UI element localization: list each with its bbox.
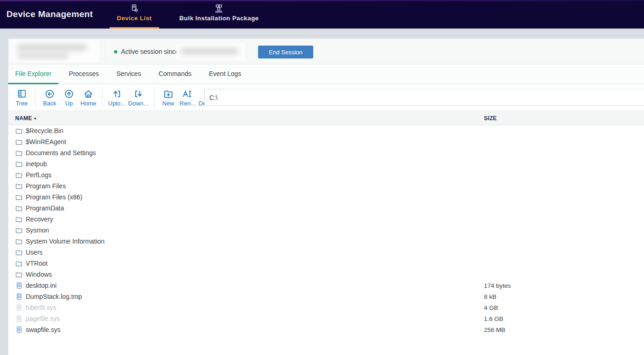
tab-file-explorer[interactable]: File Explorer [8,64,58,84]
file-size: 4 GB [484,304,498,311]
file-name: System Volume Information [26,238,104,245]
header-tab-device-list[interactable]: Device List [109,0,159,29]
toolbar-button-label: Home [80,100,97,107]
column-header-name[interactable]: NAME ▲ [15,111,37,126]
back-icon [45,88,55,99]
download-icon [133,88,144,99]
file-toolbar: Tree Back Up Home Uplo... Down... New Re… [8,84,644,111]
table-row[interactable]: Recovery [8,214,644,225]
toolbar-button-label: Up [65,100,73,107]
file-name: VTRoot [26,260,47,267]
file-size: 1.6 GB [484,315,503,322]
rename-icon [182,88,193,99]
up-button[interactable]: Up [59,88,79,107]
rename-button[interactable]: Ren... [178,88,197,107]
upload-button[interactable]: Uplo... [107,88,127,107]
explorer-tab-label: Processes [69,70,99,77]
table-row[interactable]: $Recycle.Bin [8,125,644,136]
explorer-tab-label: File Explorer [15,70,52,77]
header-tab-label: Bulk Installation Package [179,15,259,22]
device-name-redacted [11,41,99,62]
file-name: Program Files [26,182,66,190]
file-name: Recovery [26,215,53,223]
download-button[interactable]: Down... [127,88,150,107]
tab-event-logs[interactable]: Event Logs [202,64,248,84]
table-row[interactable]: VTRoot [8,258,644,269]
table-row[interactable]: Sysmon [8,225,644,236]
file-name: pagefile.sys [26,315,60,322]
page-title: Device Management [6,9,93,19]
device-list-icon [130,3,139,13]
folder-icon [15,270,23,279]
folder-icon [15,226,23,234]
home-button[interactable]: Home [79,88,98,107]
table-row[interactable]: Windows [8,269,644,280]
new-folder-button[interactable]: New [159,88,178,107]
table-row[interactable]: PerfLogs [8,169,644,180]
table-header: NAME ▲ SIZE [8,111,644,125]
file-name: Windows [26,271,52,278]
table-row[interactable]: Program Files [8,180,644,192]
table-row[interactable]: Documents and Settings [8,147,644,158]
table-row[interactable]: DumpStack.log.tmp 8 kB [8,291,644,302]
table-row[interactable]: Users [8,247,644,258]
folder-icon [15,204,23,212]
tab-commands[interactable]: Commands [152,64,199,84]
file-name: $Recycle.Bin [26,127,63,134]
folder-icon [15,127,23,135]
folder-icon [15,193,23,201]
up-icon [64,88,74,99]
explorer-tab-label: Commands [159,70,192,77]
file-name: ProgramData [26,204,64,212]
session-status: Active session since [114,39,179,64]
table-row[interactable]: pagefile.sys 1.6 GB [8,313,644,324]
header-tab-label: Device List [117,15,152,22]
toolbar-button-label: Back [43,100,57,107]
session-bar: Active session since End Session [8,39,644,64]
file-size: 8 kB [484,293,496,300]
tab-processes[interactable]: Processes [62,64,106,84]
table-row[interactable]: System Volume Information [8,236,644,247]
toolbar-button-label: Tree [16,100,28,107]
toolbar-separator [35,87,36,108]
file-icon [15,314,23,323]
file-icon [15,303,23,312]
end-session-button[interactable]: End Session [258,46,313,58]
bulk-package-icon [214,3,224,13]
table-row[interactable]: hiberfil.sys 4 GB [8,302,644,313]
table-row[interactable]: swapfile.sys 256 MB [8,324,644,335]
file-name: Program Files (x86) [26,193,82,201]
sort-asc-icon: ▲ [34,116,37,120]
path-input[interactable] [204,89,644,106]
file-size: 256 MB [484,326,506,333]
file-name: DumpStack.log.tmp [26,293,82,300]
file-name: hiberfil.sys [26,304,56,311]
file-size: 174 bytes [484,282,511,289]
table-row[interactable]: $WinREAgent [8,136,644,147]
tab-services[interactable]: Services [109,64,148,84]
app-header: Device Management Device List Bulk Insta… [0,0,644,29]
folder-icon [15,182,23,190]
session-start-time-redacted [176,43,245,60]
folder-icon [15,160,23,168]
header-tab-bulk-installation-package[interactable]: Bulk Installation Package [172,0,266,29]
session-status-text: Active session since [121,48,179,55]
explorer-tab-label: Event Logs [209,70,241,77]
table-row[interactable]: inetpub [8,158,644,169]
table-row[interactable]: ProgramData [8,203,644,214]
folder-icon [15,237,23,245]
column-header-size[interactable]: SIZE [484,111,497,126]
table-row[interactable]: desktop.ini 174 bytes [8,280,644,291]
file-name: $WinREAgent [26,138,66,145]
tree-button[interactable]: Tree [12,88,31,107]
folder-icon [15,171,23,179]
file-name: Sysmon [26,227,49,234]
file-name: inetpub [26,160,47,168]
back-button[interactable]: Back [40,88,59,107]
home-icon [83,88,93,99]
table-row[interactable]: Program Files (x86) [8,192,644,203]
file-icon [15,292,23,301]
file-name: Documents and Settings [26,149,96,157]
file-icon [15,281,23,290]
folder-icon [15,149,23,157]
